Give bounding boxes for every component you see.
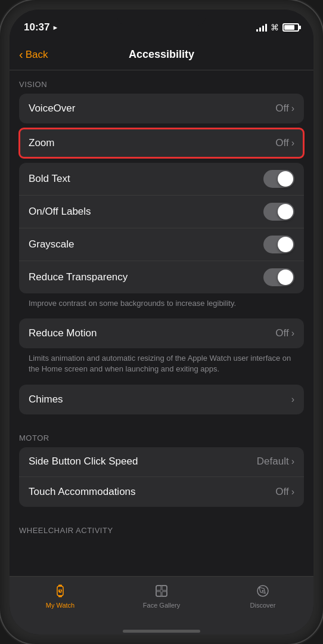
touch-accommodations-chevron-icon: › xyxy=(291,487,294,497)
reduce-motion-right: Off › xyxy=(275,327,294,339)
zoom-right: Off › xyxy=(275,137,294,149)
discover-icon xyxy=(254,583,271,599)
wifi-icon: ⌘ xyxy=(271,23,279,32)
signal-bar-1 xyxy=(256,29,258,32)
back-button[interactable]: ‹ Back xyxy=(19,48,48,61)
reduce-motion-hint: Limits animation and automatic resizing … xyxy=(10,348,313,384)
signal-bar-3 xyxy=(262,26,264,32)
voiceover-group: VoiceOver Off › xyxy=(19,94,304,123)
chimes-row[interactable]: Chimes › xyxy=(19,385,304,414)
chimes-chevron-icon: › xyxy=(291,394,294,405)
transparency-hint: Improve contrast on some backgrounds to … xyxy=(10,293,313,318)
reduce-motion-chevron-icon: › xyxy=(291,328,294,339)
touch-accommodations-right: Off › xyxy=(275,486,294,498)
zoom-value: Off xyxy=(275,137,288,149)
zoom-row-highlighted[interactable]: Zoom Off › xyxy=(19,128,304,158)
reduce-motion-value: Off xyxy=(275,327,288,339)
chimes-right: › xyxy=(291,394,294,405)
onoff-labels-toggle-knob xyxy=(278,204,293,219)
svg-rect-6 xyxy=(156,586,167,596)
bold-text-row[interactable]: Bold Text xyxy=(19,163,304,196)
onoff-labels-toggle[interactable] xyxy=(263,203,294,221)
side-button-click-speed-chevron-icon: › xyxy=(291,456,294,467)
back-chevron-icon: ‹ xyxy=(19,48,23,61)
grayscale-label: Grayscale xyxy=(29,239,74,250)
my-watch-icon xyxy=(52,583,69,599)
reduce-transparency-toggle[interactable] xyxy=(263,268,294,286)
status-time: 10:37 xyxy=(24,21,49,33)
bold-text-toggle-knob xyxy=(278,171,293,187)
reduce-transparency-toggle-knob xyxy=(278,270,293,285)
motor-section-header: MOTOR xyxy=(10,424,313,447)
tab-face-gallery[interactable]: Face Gallery xyxy=(111,583,212,609)
svg-rect-2 xyxy=(58,596,62,597)
my-watch-label: My Watch xyxy=(46,602,75,609)
touch-accommodations-row[interactable]: Touch Accommodations Off › xyxy=(19,477,304,507)
svg-point-13 xyxy=(262,590,264,592)
reduce-motion-label: Reduce Motion xyxy=(29,327,97,339)
voiceover-right: Off › xyxy=(275,103,294,114)
wheelchair-section-header: WHEELCHAIR ACTIVITY xyxy=(10,516,313,540)
grayscale-toggle-knob xyxy=(278,237,293,252)
side-button-click-speed-label: Side Button Click Speed xyxy=(29,456,138,467)
phone-frame: 10:37 ► ⌘ ‹ Back Acc xyxy=(0,0,323,644)
zoom-label: Zoom xyxy=(29,137,54,149)
bold-text-toggle[interactable] xyxy=(263,170,294,188)
motor-group: Side Button Click Speed Default › Touch … xyxy=(19,447,304,507)
svg-rect-1 xyxy=(58,585,62,587)
reduce-transparency-row[interactable]: Reduce Transparency xyxy=(19,261,304,293)
battery-fill xyxy=(284,25,294,30)
voiceover-label: VoiceOver xyxy=(29,103,75,114)
tab-discover[interactable]: Discover xyxy=(212,583,313,609)
notch xyxy=(117,10,206,26)
discover-label: Discover xyxy=(250,602,276,609)
nav-header: ‹ Back Accessibility xyxy=(10,39,313,70)
signal-bars xyxy=(256,24,267,32)
grayscale-row[interactable]: Grayscale xyxy=(19,228,304,261)
chimes-group: Chimes › xyxy=(19,385,304,414)
touch-accommodations-label: Touch Accommodations xyxy=(29,486,136,498)
voiceover-row[interactable]: VoiceOver Off › xyxy=(19,94,304,123)
signal-bar-4 xyxy=(265,24,267,32)
zoom-chevron-icon: › xyxy=(291,138,294,148)
content-area: VISION VoiceOver Off › Zoom Off xyxy=(10,70,313,576)
face-gallery-icon xyxy=(153,583,170,599)
touch-accommodations-value: Off xyxy=(275,486,288,498)
home-bar xyxy=(123,630,200,633)
face-gallery-label: Face Gallery xyxy=(143,602,180,609)
reduce-transparency-label: Reduce Transparency xyxy=(29,271,128,283)
phone-screen: 10:37 ► ⌘ ‹ Back Acc xyxy=(10,10,313,634)
grayscale-toggle[interactable] xyxy=(263,236,294,253)
side-button-click-speed-value: Default xyxy=(257,456,289,467)
location-icon: ► xyxy=(52,24,58,31)
side-button-click-speed-right: Default › xyxy=(257,456,294,467)
tab-my-watch[interactable]: My Watch xyxy=(10,583,111,609)
status-icons: ⌘ xyxy=(256,23,299,32)
home-indicator xyxy=(10,630,313,634)
vision-section-header: VISION xyxy=(10,70,313,94)
tab-bar: My Watch Face Gallery xyxy=(10,576,313,630)
reduce-motion-row[interactable]: Reduce Motion Off › xyxy=(19,318,304,348)
page-title: Accessibility xyxy=(129,48,194,61)
zoom-row-item[interactable]: Zoom Off › xyxy=(19,128,304,158)
signal-bar-2 xyxy=(259,27,261,32)
onoff-labels-row[interactable]: On/Off Labels xyxy=(19,196,304,228)
side-button-click-speed-row[interactable]: Side Button Click Speed Default › xyxy=(19,447,304,477)
back-label: Back xyxy=(26,49,48,61)
bold-text-label: Bold Text xyxy=(29,173,70,185)
chimes-label: Chimes xyxy=(29,394,63,405)
voiceover-chevron-icon: › xyxy=(291,103,294,114)
toggles-group: Bold Text On/Off Labels Grayscale xyxy=(19,163,304,293)
onoff-labels-label: On/Off Labels xyxy=(29,206,91,218)
reduce-motion-group: Reduce Motion Off › xyxy=(19,318,304,348)
battery-icon xyxy=(282,23,299,32)
voiceover-value: Off xyxy=(275,103,288,114)
